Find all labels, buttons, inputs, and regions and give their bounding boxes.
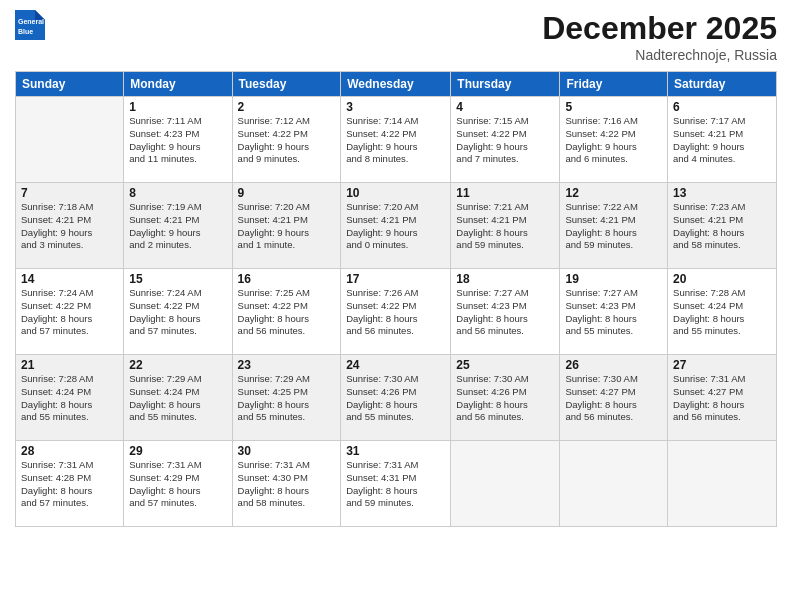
day-number: 7 [21, 186, 118, 200]
calendar-cell: 28Sunrise: 7:31 AM Sunset: 4:28 PM Dayli… [16, 441, 124, 527]
day-number: 16 [238, 272, 336, 286]
weekday-header-row: SundayMondayTuesdayWednesdayThursdayFrid… [16, 72, 777, 97]
weekday-header-sunday: Sunday [16, 72, 124, 97]
day-info: Sunrise: 7:31 AM Sunset: 4:30 PM Dayligh… [238, 459, 336, 510]
calendar-week-row: 28Sunrise: 7:31 AM Sunset: 4:28 PM Dayli… [16, 441, 777, 527]
day-info: Sunrise: 7:18 AM Sunset: 4:21 PM Dayligh… [21, 201, 118, 252]
calendar-cell: 15Sunrise: 7:24 AM Sunset: 4:22 PM Dayli… [124, 269, 232, 355]
calendar-cell: 31Sunrise: 7:31 AM Sunset: 4:31 PM Dayli… [341, 441, 451, 527]
day-number: 15 [129, 272, 226, 286]
calendar-cell [668, 441, 777, 527]
day-info: Sunrise: 7:30 AM Sunset: 4:27 PM Dayligh… [565, 373, 662, 424]
calendar-cell: 8Sunrise: 7:19 AM Sunset: 4:21 PM Daylig… [124, 183, 232, 269]
day-number: 25 [456, 358, 554, 372]
day-info: Sunrise: 7:29 AM Sunset: 4:25 PM Dayligh… [238, 373, 336, 424]
calendar-cell: 26Sunrise: 7:30 AM Sunset: 4:27 PM Dayli… [560, 355, 668, 441]
day-number: 14 [21, 272, 118, 286]
svg-text:General: General [18, 18, 44, 25]
calendar-week-row: 7Sunrise: 7:18 AM Sunset: 4:21 PM Daylig… [16, 183, 777, 269]
calendar-cell: 13Sunrise: 7:23 AM Sunset: 4:21 PM Dayli… [668, 183, 777, 269]
day-number: 17 [346, 272, 445, 286]
day-number: 31 [346, 444, 445, 458]
day-number: 23 [238, 358, 336, 372]
day-info: Sunrise: 7:30 AM Sunset: 4:26 PM Dayligh… [456, 373, 554, 424]
day-info: Sunrise: 7:24 AM Sunset: 4:22 PM Dayligh… [129, 287, 226, 338]
day-number: 2 [238, 100, 336, 114]
day-info: Sunrise: 7:15 AM Sunset: 4:22 PM Dayligh… [456, 115, 554, 166]
day-number: 28 [21, 444, 118, 458]
calendar-cell [451, 441, 560, 527]
day-info: Sunrise: 7:22 AM Sunset: 4:21 PM Dayligh… [565, 201, 662, 252]
weekday-header-friday: Friday [560, 72, 668, 97]
calendar-cell: 4Sunrise: 7:15 AM Sunset: 4:22 PM Daylig… [451, 97, 560, 183]
calendar-cell: 18Sunrise: 7:27 AM Sunset: 4:23 PM Dayli… [451, 269, 560, 355]
calendar-cell: 12Sunrise: 7:22 AM Sunset: 4:21 PM Dayli… [560, 183, 668, 269]
calendar-cell: 23Sunrise: 7:29 AM Sunset: 4:25 PM Dayli… [232, 355, 341, 441]
calendar-cell: 21Sunrise: 7:28 AM Sunset: 4:24 PM Dayli… [16, 355, 124, 441]
calendar-cell: 20Sunrise: 7:28 AM Sunset: 4:24 PM Dayli… [668, 269, 777, 355]
day-info: Sunrise: 7:23 AM Sunset: 4:21 PM Dayligh… [673, 201, 771, 252]
calendar-cell: 24Sunrise: 7:30 AM Sunset: 4:26 PM Dayli… [341, 355, 451, 441]
calendar-cell: 10Sunrise: 7:20 AM Sunset: 4:21 PM Dayli… [341, 183, 451, 269]
day-number: 20 [673, 272, 771, 286]
title-block: December 2025 Nadterechnoje, Russia [542, 10, 777, 63]
day-number: 4 [456, 100, 554, 114]
day-number: 12 [565, 186, 662, 200]
page-container: General Blue December 2025 Nadterechnoje… [0, 0, 792, 537]
calendar-cell: 9Sunrise: 7:20 AM Sunset: 4:21 PM Daylig… [232, 183, 341, 269]
calendar-week-row: 14Sunrise: 7:24 AM Sunset: 4:22 PM Dayli… [16, 269, 777, 355]
day-info: Sunrise: 7:24 AM Sunset: 4:22 PM Dayligh… [21, 287, 118, 338]
day-info: Sunrise: 7:21 AM Sunset: 4:21 PM Dayligh… [456, 201, 554, 252]
day-number: 6 [673, 100, 771, 114]
day-info: Sunrise: 7:31 AM Sunset: 4:28 PM Dayligh… [21, 459, 118, 510]
calendar-cell: 7Sunrise: 7:18 AM Sunset: 4:21 PM Daylig… [16, 183, 124, 269]
day-info: Sunrise: 7:19 AM Sunset: 4:21 PM Dayligh… [129, 201, 226, 252]
day-number: 8 [129, 186, 226, 200]
day-number: 1 [129, 100, 226, 114]
day-number: 5 [565, 100, 662, 114]
svg-marker-0 [15, 10, 45, 40]
day-info: Sunrise: 7:12 AM Sunset: 4:22 PM Dayligh… [238, 115, 336, 166]
weekday-header-tuesday: Tuesday [232, 72, 341, 97]
calendar-cell: 5Sunrise: 7:16 AM Sunset: 4:22 PM Daylig… [560, 97, 668, 183]
day-info: Sunrise: 7:17 AM Sunset: 4:21 PM Dayligh… [673, 115, 771, 166]
day-info: Sunrise: 7:20 AM Sunset: 4:21 PM Dayligh… [346, 201, 445, 252]
day-number: 30 [238, 444, 336, 458]
day-number: 26 [565, 358, 662, 372]
calendar-cell: 16Sunrise: 7:25 AM Sunset: 4:22 PM Dayli… [232, 269, 341, 355]
day-info: Sunrise: 7:28 AM Sunset: 4:24 PM Dayligh… [21, 373, 118, 424]
calendar-week-row: 21Sunrise: 7:28 AM Sunset: 4:24 PM Dayli… [16, 355, 777, 441]
day-number: 18 [456, 272, 554, 286]
day-number: 21 [21, 358, 118, 372]
calendar-cell: 27Sunrise: 7:31 AM Sunset: 4:27 PM Dayli… [668, 355, 777, 441]
calendar-week-row: 1Sunrise: 7:11 AM Sunset: 4:23 PM Daylig… [16, 97, 777, 183]
header: General Blue December 2025 Nadterechnoje… [15, 10, 777, 63]
day-number: 27 [673, 358, 771, 372]
calendar-cell: 19Sunrise: 7:27 AM Sunset: 4:23 PM Dayli… [560, 269, 668, 355]
day-number: 9 [238, 186, 336, 200]
day-number: 24 [346, 358, 445, 372]
day-info: Sunrise: 7:14 AM Sunset: 4:22 PM Dayligh… [346, 115, 445, 166]
day-info: Sunrise: 7:11 AM Sunset: 4:23 PM Dayligh… [129, 115, 226, 166]
day-info: Sunrise: 7:20 AM Sunset: 4:21 PM Dayligh… [238, 201, 336, 252]
calendar-cell: 1Sunrise: 7:11 AM Sunset: 4:23 PM Daylig… [124, 97, 232, 183]
day-info: Sunrise: 7:16 AM Sunset: 4:22 PM Dayligh… [565, 115, 662, 166]
logo-icon: General Blue [15, 10, 45, 40]
day-info: Sunrise: 7:28 AM Sunset: 4:24 PM Dayligh… [673, 287, 771, 338]
logo: General Blue [15, 10, 45, 40]
weekday-header-thursday: Thursday [451, 72, 560, 97]
day-number: 11 [456, 186, 554, 200]
day-number: 19 [565, 272, 662, 286]
calendar-cell: 17Sunrise: 7:26 AM Sunset: 4:22 PM Dayli… [341, 269, 451, 355]
day-number: 3 [346, 100, 445, 114]
calendar-cell [16, 97, 124, 183]
day-info: Sunrise: 7:31 AM Sunset: 4:29 PM Dayligh… [129, 459, 226, 510]
location: Nadterechnoje, Russia [542, 47, 777, 63]
day-number: 13 [673, 186, 771, 200]
calendar-cell [560, 441, 668, 527]
calendar-cell: 3Sunrise: 7:14 AM Sunset: 4:22 PM Daylig… [341, 97, 451, 183]
svg-text:Blue: Blue [18, 28, 33, 35]
calendar-cell: 29Sunrise: 7:31 AM Sunset: 4:29 PM Dayli… [124, 441, 232, 527]
day-info: Sunrise: 7:31 AM Sunset: 4:27 PM Dayligh… [673, 373, 771, 424]
weekday-header-monday: Monday [124, 72, 232, 97]
